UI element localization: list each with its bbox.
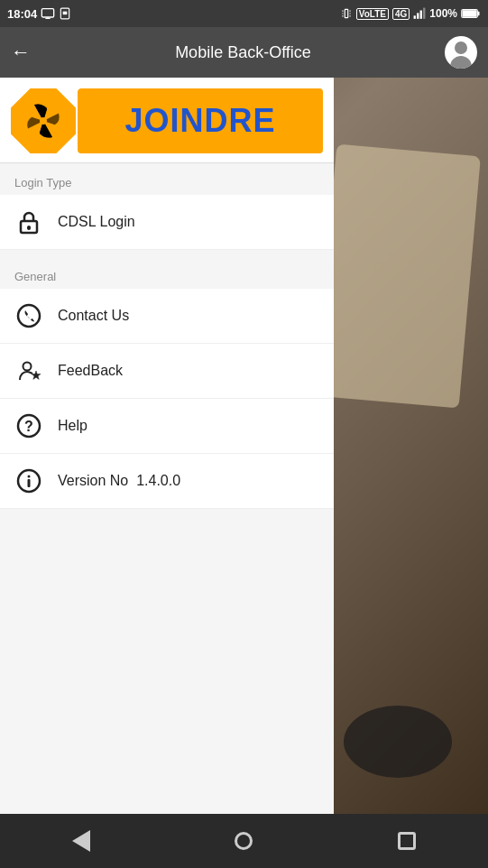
- network-4g: 4G: [392, 8, 410, 20]
- svg-rect-4: [63, 12, 68, 15]
- sim-icon: [59, 6, 71, 21]
- user-avatar[interactable]: [445, 36, 477, 69]
- bg-scroll-decoration: [315, 144, 481, 409]
- status-right: VoLTE 4G 100%: [340, 7, 481, 20]
- feedback-item[interactable]: FeedBack: [0, 344, 334, 399]
- svg-point-23: [23, 363, 32, 371]
- feedback-icon-wrap: [14, 356, 43, 385]
- svg-rect-12: [414, 15, 416, 19]
- logo-octagon: [11, 88, 76, 153]
- svg-point-19: [40, 117, 47, 125]
- contact-us-label: Contact Us: [58, 308, 129, 324]
- help-label: Help: [58, 418, 87, 434]
- logo-area: JOINDRE: [0, 78, 334, 163]
- login-type-section-label: Login Type: [0, 163, 334, 195]
- navigation-bar: [0, 814, 488, 868]
- help-item[interactable]: ? Help: [0, 399, 334, 454]
- svg-rect-13: [417, 13, 419, 18]
- lock-icon-wrap: [14, 208, 43, 236]
- svg-rect-21: [27, 226, 31, 230]
- pinwheel-icon: [20, 97, 67, 144]
- svg-text:?: ?: [24, 419, 33, 434]
- back-triangle-icon: [72, 830, 90, 852]
- phone-icon-wrap: [14, 301, 43, 330]
- battery-icon: [461, 8, 481, 19]
- svg-rect-15: [423, 8, 425, 19]
- cdsl-login-item[interactable]: CDSL Login: [0, 195, 334, 250]
- feedback-label: FeedBack: [58, 363, 123, 379]
- svg-rect-18: [462, 10, 476, 16]
- svg-marker-24: [32, 371, 41, 379]
- svg-rect-17: [477, 12, 479, 15]
- info-icon: [16, 468, 41, 494]
- lte-badge: VoLTE: [356, 8, 389, 20]
- svg-point-22: [18, 305, 40, 327]
- info-icon-wrap: [14, 466, 43, 495]
- lock-icon: [17, 209, 41, 235]
- bg-plate-decoration: [344, 706, 452, 778]
- app-header: ← Mobile Back-Office: [0, 27, 488, 78]
- general-section-label: General: [0, 257, 334, 289]
- time: 18:04: [7, 7, 37, 21]
- side-drawer: JOINDRE Login Type CDSL Login General Co…: [0, 78, 334, 868]
- nav-recent-button[interactable]: [384, 818, 429, 863]
- phone-icon: [16, 303, 41, 328]
- battery-text: 100%: [429, 7, 457, 20]
- svg-rect-29: [28, 479, 31, 487]
- signal-icon: [413, 7, 426, 20]
- version-label: Version No 1.4.0.0: [58, 473, 180, 489]
- contact-us-item[interactable]: Contact Us: [0, 289, 334, 344]
- svg-rect-5: [345, 9, 348, 17]
- help-icon: ?: [16, 413, 41, 439]
- logo-text: JOINDRE: [124, 102, 275, 140]
- status-bar: 18:04 VoLTE 4G 100%: [0, 0, 488, 27]
- help-icon-wrap: ?: [14, 411, 43, 440]
- nav-home-button[interactable]: [221, 818, 266, 863]
- nav-back-button[interactable]: [59, 818, 104, 863]
- home-circle-icon: [235, 832, 253, 850]
- logo-icon-wrap: [11, 88, 76, 153]
- cdsl-login-label: CDSL Login: [58, 214, 135, 230]
- logo-text-wrap: JOINDRE: [78, 88, 323, 153]
- svg-rect-0: [42, 9, 54, 17]
- header-title: Mobile Back-Office: [41, 43, 445, 62]
- svg-rect-14: [420, 11, 422, 19]
- vibrate-icon: [340, 7, 353, 20]
- svg-point-28: [28, 476, 31, 478]
- tv-icon: [41, 6, 55, 21]
- user-star-icon: [16, 358, 41, 383]
- recent-square-icon: [398, 832, 416, 850]
- back-button[interactable]: ←: [11, 41, 31, 64]
- divider-1: [0, 250, 334, 257]
- version-item: Version No 1.4.0.0: [0, 454, 334, 509]
- status-left: 18:04: [7, 6, 71, 21]
